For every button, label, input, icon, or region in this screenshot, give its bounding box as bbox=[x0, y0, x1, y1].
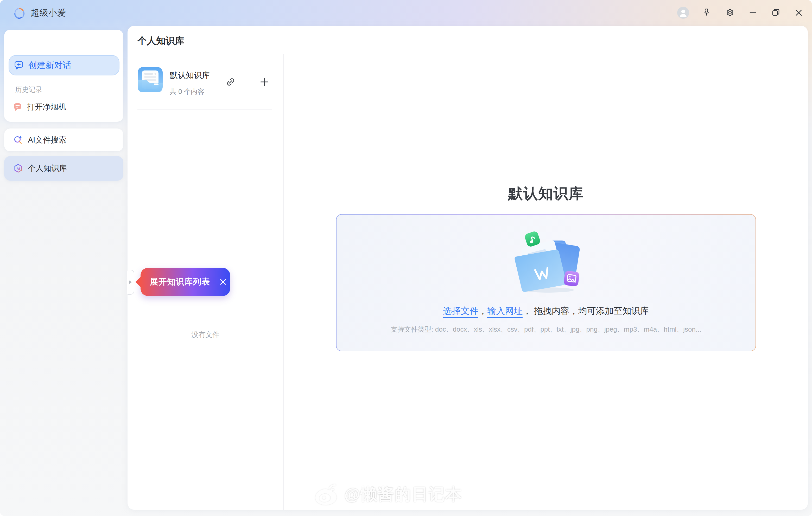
dropzone-border: 选择文件，输入网址， 拖拽内容，均可添加至知识库 支持文件类型: doc、doc… bbox=[336, 214, 756, 352]
link-icon bbox=[225, 77, 236, 87]
add-link-button[interactable] bbox=[223, 74, 238, 89]
image-file-badge bbox=[563, 271, 580, 286]
action-separator: ， bbox=[478, 306, 487, 316]
page-header: 个人知识库 bbox=[127, 26, 808, 54]
action-text: ， 拖拽内容，均可添加至知识库 bbox=[523, 306, 649, 316]
app-window: 超级小爱 bbox=[0, 0, 812, 516]
dropzone-actions: 选择文件，输入网址， 拖拽内容，均可添加至知识库 bbox=[337, 305, 756, 317]
plus-icon bbox=[259, 77, 270, 87]
maximize-restore-icon bbox=[771, 7, 781, 18]
empty-files-text: 没有文件 bbox=[127, 330, 283, 339]
file-dropzone[interactable]: 选择文件，输入网址， 拖拽内容，均可添加至知识库 支持文件类型: doc、doc… bbox=[337, 215, 756, 351]
pin-button[interactable] bbox=[701, 7, 713, 19]
tooltip-label: 展开知识库列表 bbox=[150, 276, 210, 287]
page-title: 个人知识库 bbox=[138, 35, 184, 47]
history-section-label: 历史记录 bbox=[15, 85, 42, 94]
minimize-icon bbox=[748, 7, 758, 18]
chat-bubble-icon bbox=[13, 102, 22, 112]
close-icon bbox=[219, 278, 227, 286]
knowledge-base-content: 默认知识库 bbox=[284, 54, 808, 510]
history-item-label: 打开净烟机 bbox=[27, 102, 66, 112]
knowledge-base-count: 共 0 个内容 bbox=[170, 87, 204, 96]
new-chat-label: 创建新对话 bbox=[28, 60, 71, 71]
folder-illustration bbox=[505, 227, 588, 293]
gear-icon bbox=[725, 7, 735, 18]
knowledge-base-title: 默认知识库 bbox=[170, 70, 210, 81]
minimize-button[interactable] bbox=[747, 7, 759, 19]
add-content-button[interactable] bbox=[257, 74, 272, 89]
knowledge-base-list-item[interactable]: 默认知识库 共 0 个内容 bbox=[127, 64, 283, 106]
enter-url-link[interactable]: 输入网址 bbox=[487, 306, 523, 318]
new-chat-button[interactable]: 创建新对话 bbox=[8, 55, 119, 75]
history-item[interactable]: 打开净烟机 bbox=[8, 98, 119, 116]
main-panel: 个人知识库 bbox=[127, 26, 808, 510]
tooltip-close-button[interactable] bbox=[217, 276, 229, 288]
ai-search-icon bbox=[13, 135, 23, 145]
list-item-divider bbox=[138, 109, 272, 110]
settings-button[interactable] bbox=[724, 7, 736, 19]
sidebar: 创建新对话 历史记录 打开净烟机 bbox=[0, 0, 127, 516]
chevron-right-icon bbox=[129, 280, 132, 284]
new-chat-icon bbox=[14, 60, 24, 70]
choose-file-link[interactable]: 选择文件 bbox=[443, 306, 478, 318]
user-avatar[interactable] bbox=[677, 7, 689, 19]
supported-file-types: 支持文件类型: doc、docx、xls、xlsx、csv、pdf、ppt、tx… bbox=[337, 325, 756, 334]
knowledge-base-icon bbox=[137, 66, 163, 93]
sidebar-item-ai-file-search[interactable]: AI文件搜索 bbox=[4, 128, 123, 151]
sidebar-top-card: 创建新对话 历史记录 打开净烟机 bbox=[4, 30, 123, 122]
ai-hexagon-icon: AI bbox=[13, 163, 23, 174]
maximize-button[interactable] bbox=[770, 7, 782, 19]
expand-list-tooltip: 展开知识库列表 bbox=[141, 268, 230, 296]
sidebar-item-label: AI文件搜索 bbox=[28, 135, 66, 145]
content-title: 默认知识库 bbox=[284, 184, 808, 204]
svg-text:AI: AI bbox=[17, 166, 20, 170]
sidebar-item-personal-knowledge-base[interactable]: AI 个人知识库 bbox=[4, 156, 123, 181]
folder-front bbox=[515, 250, 566, 292]
expand-list-handle[interactable] bbox=[127, 270, 134, 295]
close-button[interactable] bbox=[793, 7, 805, 19]
pin-icon bbox=[701, 7, 712, 18]
sidebar-item-label: 个人知识库 bbox=[28, 163, 67, 174]
avatar-icon bbox=[677, 7, 689, 19]
close-icon bbox=[793, 7, 804, 18]
